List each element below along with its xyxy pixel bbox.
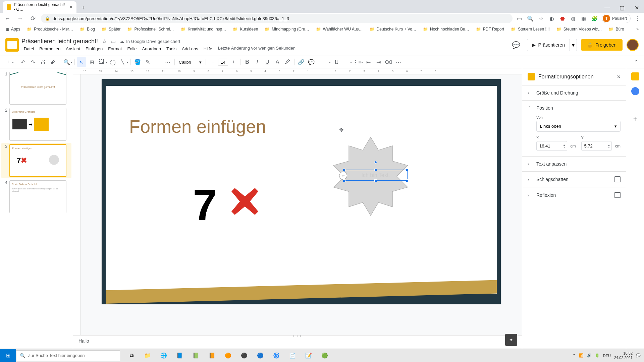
bookmark[interactable]: 📁Steuern Videos wic…: [554, 25, 605, 33]
app2-icon[interactable]: 📄: [284, 349, 301, 362]
rotate-handle[interactable]: [374, 161, 377, 164]
address-bar[interactable]: 🔒 docs.google.com/presentation/d/1yV372S…: [41, 14, 513, 23]
chrome-icon[interactable]: 🔵: [252, 349, 268, 362]
bookmark[interactable]: 📁Kursideen: [230, 25, 261, 33]
border-color-button[interactable]: ✎: [143, 57, 152, 67]
close-window-icon[interactable]: ✕: [629, 3, 644, 13]
bookmark-apps[interactable]: ▦Apps: [3, 25, 23, 33]
present-button[interactable]: ▶Präsentieren: [527, 39, 570, 51]
thumb-3[interactable]: Formen einfügen 7✖: [9, 144, 66, 177]
excel-icon[interactable]: 📗: [188, 349, 204, 362]
star-icon[interactable]: ☆: [537, 15, 545, 22]
edge-icon[interactable]: 🌐: [156, 349, 172, 362]
cast-icon[interactable]: ▭: [516, 15, 523, 22]
menu-ansicht[interactable]: Ansicht: [63, 46, 83, 52]
bookmark[interactable]: 📁Deutsche Kurs + Vo…: [367, 25, 419, 33]
menu-format[interactable]: Format: [106, 46, 124, 52]
bookmarks-overflow[interactable]: »: [634, 25, 641, 33]
tray-notifications-icon[interactable]: 💬: [636, 353, 641, 358]
bookmark[interactable]: 📁Professionell Schrei…: [124, 25, 176, 33]
explorer-icon[interactable]: 📁: [140, 349, 156, 362]
print-button[interactable]: 🖨: [38, 57, 48, 67]
shape-tool[interactable]: ◯: [108, 57, 117, 67]
explore-button[interactable]: ✦: [505, 334, 517, 346]
menu-einfuegen[interactable]: Einfügen: [83, 46, 105, 52]
shape-x-icon[interactable]: [230, 186, 260, 218]
bookmark[interactable]: 📁Büro: [606, 25, 627, 33]
spinner-icon[interactable]: ▲▼: [608, 144, 610, 148]
notes-resize-grip[interactable]: • • •: [293, 334, 302, 338]
zoom-dd[interactable]: ▾: [71, 60, 72, 64]
resize-handle[interactable]: [406, 179, 409, 182]
shape-seven[interactable]: 7: [193, 180, 217, 230]
powerpoint-icon[interactable]: 📙: [204, 349, 220, 362]
align-button[interactable]: ≡: [320, 57, 330, 67]
thumb-1[interactable]: Präsentieren leicht gemacht!: [9, 72, 66, 105]
border-dash-button[interactable]: ⋯: [163, 57, 172, 67]
edge2-icon[interactable]: 🌀: [268, 349, 284, 362]
resize-handle[interactable]: [343, 169, 345, 171]
clear-format-button[interactable]: ⌫: [384, 57, 393, 67]
indent-inc-button[interactable]: ⇥: [374, 57, 383, 67]
selected-textbox[interactable]: ⇔ Ich bin Text.: [344, 170, 408, 181]
app-icon[interactable]: 🟠: [220, 349, 236, 362]
back-button[interactable]: ←: [3, 14, 12, 23]
spotify-icon[interactable]: 🟢: [317, 349, 333, 362]
resize-handle[interactable]: [343, 179, 345, 182]
textbox-tool[interactable]: ⊞: [87, 57, 96, 67]
bookmark[interactable]: 📁Wahlfächer WU Aus…: [313, 25, 366, 33]
tasks-icon[interactable]: [631, 87, 639, 95]
link-button[interactable]: 🔗: [297, 57, 306, 67]
menu-hilfe[interactable]: Hilfe: [201, 46, 215, 52]
bookmark[interactable]: 📁Blog: [77, 25, 98, 33]
section-position[interactable]: › Position: [522, 101, 626, 115]
image-tool[interactable]: 🖼: [97, 57, 106, 67]
bookmark[interactable]: 📁Mindmapping (Gru…: [262, 25, 312, 33]
ruler-horizontal[interactable]: 16151413121110987654321 12345678: [73, 68, 522, 74]
slide-canvas[interactable]: Formen einfügen 7 ✥ ⇔ Ich bin Text.: [102, 79, 501, 304]
close-panel-button[interactable]: ×: [617, 73, 621, 80]
bold-button[interactable]: B: [243, 57, 252, 67]
more-button[interactable]: ⋯: [394, 57, 403, 67]
line-tool[interactable]: ╲: [118, 57, 127, 67]
text-color-button[interactable]: A: [273, 57, 282, 67]
collapse-toolbar-icon[interactable]: ⌃: [631, 57, 641, 67]
word-icon[interactable]: 📘: [172, 349, 188, 362]
browser-tab[interactable]: Präsentieren leicht gemacht! - G… ×: [3, 1, 76, 13]
ext-icon-3[interactable]: ◍: [570, 15, 577, 22]
reload-button[interactable]: ⟳: [28, 14, 38, 23]
bookmark[interactable]: 📁Noch hochladen Bu…: [420, 25, 472, 33]
tray-lang[interactable]: DEU: [603, 354, 611, 358]
font-size-dec[interactable]: −: [208, 57, 217, 67]
maximize-icon[interactable]: ▢: [614, 3, 629, 13]
menu-anordnen[interactable]: Anordnen: [140, 46, 163, 52]
tray-wifi-icon[interactable]: 📶: [579, 353, 584, 358]
menu-folie[interactable]: Folie: [125, 46, 139, 52]
move-doc-icon[interactable]: ▭: [111, 38, 116, 45]
undo-button[interactable]: ↶: [18, 57, 28, 67]
paint-format-button[interactable]: 🖌: [48, 57, 58, 67]
resize-handle[interactable]: [374, 169, 377, 171]
align-indicator-icon[interactable]: ⇔: [339, 172, 347, 180]
select-tool[interactable]: ↖: [77, 57, 86, 67]
menu-tools[interactable]: Tools: [164, 46, 179, 52]
font-size-input[interactable]: [218, 59, 228, 66]
present-dropdown[interactable]: ▾: [570, 39, 577, 51]
notepad-icon[interactable]: 📝: [301, 349, 317, 362]
profile-button[interactable]: T Pausiert: [602, 14, 631, 23]
slides-logo-icon[interactable]: [5, 38, 19, 52]
comment-button[interactable]: 💬: [307, 57, 316, 67]
zoom-icon[interactable]: 🔍: [527, 15, 534, 22]
menu-addons[interactable]: Add-ons: [179, 46, 200, 52]
share-button[interactable]: 🔒Freigeben: [581, 39, 623, 51]
comments-button[interactable]: 💬: [509, 38, 523, 52]
numbered-list-button[interactable]: ≡: [341, 57, 351, 67]
slide-title-text[interactable]: Formen einfügen: [129, 116, 266, 137]
doc-title[interactable]: Präsentieren leicht gemacht!: [21, 38, 98, 45]
menu-datei[interactable]: Datei: [21, 46, 36, 52]
section-text-fit[interactable]: › Text anpassen: [522, 157, 626, 171]
y-input[interactable]: 5.72 ▲▼: [581, 141, 612, 151]
position-from-dropdown[interactable]: Links oben▾: [536, 121, 621, 132]
bookmark[interactable]: 📁Produktsuche - Mer…: [24, 25, 76, 33]
section-shadow[interactable]: › Schlagschatten: [522, 172, 626, 187]
